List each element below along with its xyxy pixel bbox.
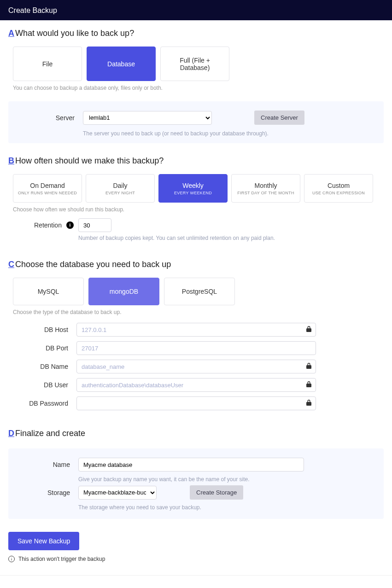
- retention-help: Number of backup copies kept. You can se…: [78, 235, 384, 241]
- db-name-input[interactable]: [76, 360, 316, 373]
- step-b-help: Choose how often we should run this back…: [13, 206, 384, 213]
- step-a-title: What would you like to back up?: [15, 29, 134, 38]
- db-password-label: DB Password: [8, 400, 68, 407]
- header-title: Create Backup: [8, 6, 57, 14]
- card-label: File: [42, 60, 53, 68]
- freq-weekly[interactable]: Weekly EVERY WEEKEND: [158, 174, 228, 203]
- backup-name-input[interactable]: [78, 458, 304, 472]
- finalize-panel: Name Give your backup any name you want,…: [8, 448, 384, 519]
- step-d-letter: D: [8, 429, 14, 438]
- backup-type-full[interactable]: Full (File + Database): [160, 47, 229, 81]
- server-label: Server: [15, 114, 75, 122]
- backup-type-file[interactable]: File: [13, 47, 82, 81]
- name-label: Name: [15, 461, 70, 468]
- lock-icon: [306, 363, 311, 370]
- backup-type-database[interactable]: Database: [87, 47, 156, 81]
- freq-daily[interactable]: Daily EVERY NIGHT: [86, 174, 155, 203]
- step-a: A What would you like to back up? File D…: [8, 29, 384, 143]
- db-user-label: DB User: [8, 381, 68, 389]
- storage-help: The storage where you need to save your …: [78, 504, 201, 511]
- db-name-label: DB Name: [8, 363, 68, 370]
- create-storage-button[interactable]: Create Storage: [190, 485, 243, 500]
- card-label: Database: [107, 60, 135, 68]
- save-new-backup-button[interactable]: Save New Backup: [8, 532, 79, 550]
- step-b-letter: B: [8, 156, 14, 166]
- action-note: i This action won't trigger the backup: [8, 556, 384, 562]
- db-host-input[interactable]: [76, 323, 316, 337]
- create-server-button[interactable]: Create Server: [254, 111, 304, 125]
- retention-label: Retention: [34, 221, 62, 229]
- info-icon[interactable]: i: [66, 221, 74, 229]
- card-label: Full (File + Database): [164, 57, 225, 71]
- lock-icon: [306, 381, 311, 389]
- step-c-help: Choose the type of the database to back …: [13, 309, 384, 315]
- step-c-letter: C: [8, 260, 14, 269]
- storage-select[interactable]: Myacme-backblaze-bucket: [78, 486, 157, 500]
- step-a-help: You can choose to backup a database only…: [13, 85, 384, 91]
- step-c-title: Choose the database you need to back up: [15, 260, 171, 269]
- lock-icon: [306, 400, 311, 407]
- step-a-letter: A: [8, 29, 14, 38]
- name-help: Give your backup any name you want, it c…: [78, 476, 250, 483]
- step-b-title: How often should we make this backup?: [15, 156, 164, 166]
- db-port-input[interactable]: [76, 341, 316, 355]
- step-d: D Finalize and create Name Give your bac…: [8, 429, 384, 519]
- freq-on-demand[interactable]: On Demand ONLY RUNS WHEN NEEDED: [13, 174, 82, 203]
- db-type-mongodb[interactable]: mongoDB: [88, 278, 159, 305]
- db-type-postgresql[interactable]: PostgreSQL: [164, 278, 235, 305]
- server-select[interactable]: lemlab1: [83, 111, 212, 125]
- retention-input[interactable]: [78, 218, 111, 232]
- db-password-input[interactable]: [76, 396, 316, 410]
- step-d-title: Finalize and create: [15, 429, 85, 438]
- db-host-label: DB Host: [8, 326, 68, 333]
- freq-monthly[interactable]: Monthly FIRST DAY OF THE MONTH: [231, 174, 300, 203]
- db-user-input[interactable]: [76, 378, 316, 392]
- db-type-mysql[interactable]: MySQL: [13, 278, 84, 305]
- step-c: C Choose the database you need to back u…: [8, 260, 384, 410]
- storage-label: Storage: [15, 489, 70, 496]
- page-header: Create Backup: [0, 0, 392, 20]
- info-circle-icon: i: [8, 556, 15, 562]
- server-panel: Server lemlab1 Create Server The server …: [8, 101, 384, 143]
- server-help: The server you need to back up (or need …: [83, 130, 269, 137]
- lock-icon: [306, 326, 311, 333]
- freq-custom[interactable]: Custom USE CRON EXPRESSION: [304, 174, 373, 203]
- db-port-label: DB Port: [8, 344, 68, 352]
- step-b: B How often should we make this backup? …: [8, 156, 384, 241]
- step-a-head: A What would you like to back up?: [8, 29, 384, 38]
